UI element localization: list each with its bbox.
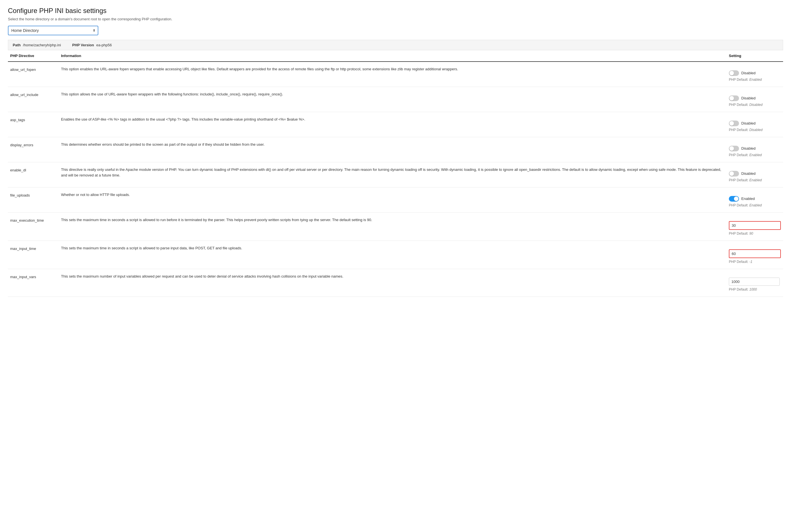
- page-subtitle: Select the home directory or a domain's …: [8, 17, 783, 21]
- php-default-label: PHP Default: Disabled: [729, 102, 762, 107]
- php-version-item: PHP Version ea-php56: [72, 43, 112, 47]
- directive-cell: max_execution_time: [8, 213, 59, 241]
- directive-cell: max_input_time: [8, 241, 59, 269]
- php-default-label: PHP Default: -1: [729, 259, 752, 264]
- col-header-info: Information: [59, 50, 727, 61]
- php-default-label: PHP Default: 1000: [729, 287, 757, 292]
- php-default-label: PHP Default: Enabled: [729, 177, 762, 183]
- php-version-label: PHP Version: [72, 43, 94, 47]
- directory-select[interactable]: Home Directory Domain Root: [8, 26, 98, 35]
- path-label: Path: [13, 43, 21, 47]
- info-cell: This determines whether errors should be…: [59, 137, 727, 163]
- col-header-setting: Setting: [727, 50, 783, 61]
- setting-cell: PHP Default: 90: [727, 213, 783, 241]
- info-cell: This directive is really only useful in …: [59, 163, 727, 188]
- table-header-row: PHP Directive Information Setting: [8, 50, 783, 61]
- setting-cell: PHP Default: -1: [727, 241, 783, 269]
- setting-cell: DisabledPHP Default: Enabled: [727, 163, 783, 188]
- toggle-switch[interactable]: [729, 196, 739, 202]
- toggle-row: Disabled: [729, 171, 756, 176]
- directive-input[interactable]: [730, 222, 780, 229]
- toggle-switch[interactable]: [729, 120, 739, 126]
- toggle-label: Disabled: [741, 120, 756, 126]
- info-cell: Enables the use of ASP-like <% %> tags i…: [59, 112, 727, 137]
- directive-cell: allow_url_include: [8, 87, 59, 112]
- table-row: allow_url_includeThis option allows the …: [8, 87, 783, 112]
- php-default-label: PHP Default: Enabled: [729, 152, 762, 157]
- info-cell: This sets the maximum time in seconds a …: [59, 213, 727, 241]
- info-cell: This sets the maximum number of input va…: [59, 269, 727, 297]
- table-row: asp_tagsEnables the use of ASP-like <% %…: [8, 112, 783, 137]
- directives-table: PHP Directive Information Setting allow_…: [8, 50, 783, 297]
- path-value: /home/zacheryh/php.ini: [23, 43, 61, 47]
- php-version-value: ea-php56: [96, 43, 112, 47]
- toggle-switch[interactable]: [729, 146, 739, 151]
- directory-select-wrapper: Home Directory Domain Root: [8, 26, 98, 35]
- page-title: Configure PHP INI basic settings: [8, 7, 783, 15]
- directive-input[interactable]: [730, 250, 780, 258]
- table-row: max_input_varsThis sets the maximum numb…: [8, 269, 783, 297]
- directive-cell: asp_tags: [8, 112, 59, 137]
- info-cell: This option allows the use of URL-aware …: [59, 87, 727, 112]
- table-row: display_errorsThis determines whether er…: [8, 137, 783, 163]
- php-default-label: PHP Default: Enabled: [729, 203, 762, 208]
- info-cell: This sets the maximum time in seconds a …: [59, 241, 727, 269]
- toggle-switch[interactable]: [729, 70, 739, 76]
- table-row: file_uploadsWhether or not to allow HTTP…: [8, 188, 783, 213]
- setting-cell: PHP Default: 1000: [727, 269, 783, 297]
- directive-cell: max_input_vars: [8, 269, 59, 297]
- toggle-label: Disabled: [741, 146, 756, 151]
- path-item: Path /home/zacheryh/php.ini: [13, 43, 61, 47]
- path-bar: Path /home/zacheryh/php.ini PHP Version …: [8, 40, 783, 50]
- toggle-row: Disabled: [729, 95, 756, 101]
- setting-cell: EnabledPHP Default: Enabled: [727, 188, 783, 213]
- toggle-row: Disabled: [729, 120, 756, 126]
- toggle-row: Disabled: [729, 70, 756, 76]
- setting-cell: DisabledPHP Default: Enabled: [727, 137, 783, 163]
- php-default-label: PHP Default: Enabled: [729, 77, 762, 82]
- input-highlight-wrapper: [729, 221, 781, 230]
- toggle-label: Disabled: [741, 171, 756, 176]
- toggle-switch[interactable]: [729, 95, 739, 101]
- table-row: max_input_timeThis sets the maximum time…: [8, 241, 783, 269]
- table-row: allow_url_fopenThis option enables the U…: [8, 61, 783, 87]
- info-cell: This option enables the URL-aware fopen …: [59, 61, 727, 87]
- toggle-row: Enabled: [729, 196, 755, 202]
- table-row: max_execution_timeThis sets the maximum …: [8, 213, 783, 241]
- toggle-switch[interactable]: [729, 171, 739, 176]
- toggle-row: Disabled: [729, 146, 756, 151]
- directive-cell: file_uploads: [8, 188, 59, 213]
- input-highlight-wrapper: [729, 249, 781, 258]
- setting-cell: DisabledPHP Default: Enabled: [727, 61, 783, 87]
- php-default-label: PHP Default: Disabled: [729, 127, 762, 132]
- directive-cell: display_errors: [8, 137, 59, 163]
- toggle-label: Enabled: [741, 196, 755, 202]
- directive-input[interactable]: [729, 278, 780, 286]
- toggle-label: Disabled: [741, 95, 756, 101]
- directive-cell: allow_url_fopen: [8, 61, 59, 87]
- table-row: enable_dlThis directive is really only u…: [8, 163, 783, 188]
- setting-cell: DisabledPHP Default: Disabled: [727, 112, 783, 137]
- info-cell: Whether or not to allow HTTP file upload…: [59, 188, 727, 213]
- setting-cell: DisabledPHP Default: Disabled: [727, 87, 783, 112]
- php-default-label: PHP Default: 90: [729, 231, 753, 236]
- toggle-label: Disabled: [741, 70, 756, 76]
- directive-cell: enable_dl: [8, 163, 59, 188]
- col-header-directive: PHP Directive: [8, 50, 59, 61]
